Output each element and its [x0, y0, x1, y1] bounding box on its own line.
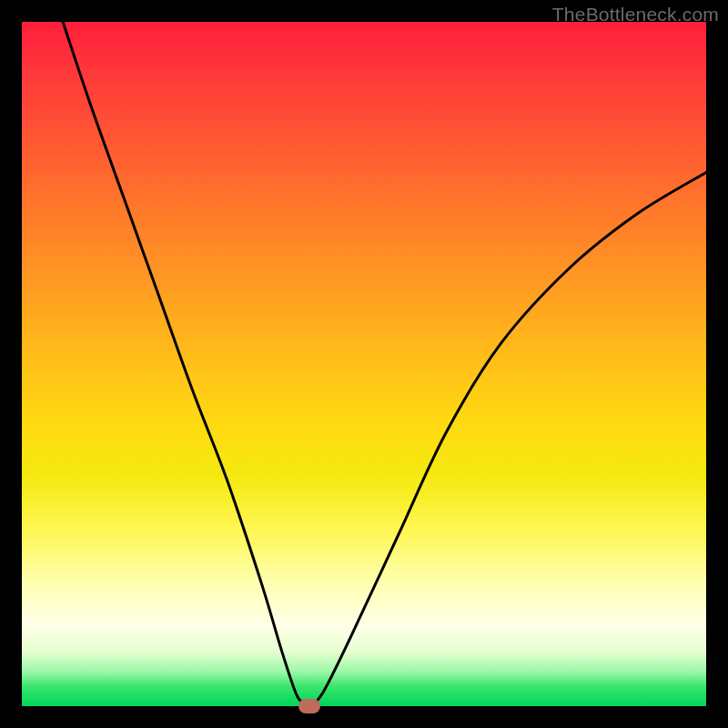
optimal-point-marker: [298, 699, 320, 713]
watermark-text: TheBottleneck.com: [552, 4, 719, 25]
chart-plot-area: [22, 22, 706, 706]
bottleneck-curve: [22, 22, 706, 706]
